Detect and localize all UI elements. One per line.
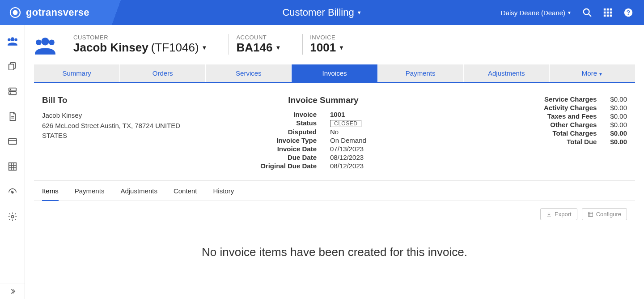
tab-more[interactable]: More▼ [550,64,635,82]
charge-taxes-v: $0.00 [610,112,627,120]
caret-down-icon: ▼ [357,10,362,15]
svg-point-1 [13,10,18,15]
svg-rect-39 [588,212,593,217]
svg-rect-6 [610,9,612,11]
sidebar-collapse[interactable] [0,283,25,299]
sidebar-item-card[interactable] [0,129,25,154]
page-title-dropdown[interactable]: Customer Billing ▼ [282,7,361,18]
download-icon [546,211,552,217]
table-icon [588,211,593,217]
account-value: BA146 [236,41,272,55]
summary-date-v: 07/13/2023 [330,145,439,153]
help-icon[interactable]: ? [623,8,633,17]
sidebar-item-document[interactable] [0,104,25,129]
customer-code: (TF1046) [151,41,199,55]
apps-icon[interactable] [603,8,613,17]
tab-adjustments[interactable]: Adjustments [464,64,550,82]
svg-rect-19 [8,64,13,70]
summary-date-k: Invoice Date [208,145,317,153]
status-badge: CLOSED [330,120,361,127]
caret-down-icon: ▼ [275,44,281,51]
svg-text:?: ? [627,9,630,16]
tab-services[interactable]: Services [206,64,292,82]
export-button[interactable]: Export [540,208,577,220]
sidebar-item-customers[interactable] [0,29,25,54]
charge-service-v: $0.00 [610,95,627,103]
charges: Service Charges$0.00 Activity Charges$0.… [457,95,627,170]
charge-taxes-k: Taxes and Fees [457,112,597,120]
summary-due-k: Due Date [208,154,317,161]
tab-payments[interactable]: Payments [378,64,464,82]
empty-state: No invoice items have been created for t… [34,227,635,277]
charge-other-v: $0.00 [610,121,627,128]
svg-rect-26 [8,139,16,145]
header-row: CUSTOMER Jacob Kinsey (TF1046) ▼ ACCOUNT… [34,32,635,64]
bill-to-title: Bill To [42,95,190,105]
svg-point-37 [36,40,42,46]
subtab-items[interactable]: Items [42,187,59,201]
configure-button[interactable]: Configure [582,208,627,220]
account-label: ACCOUNT [236,34,281,41]
subtab-content[interactable]: Content [174,187,197,201]
caret-down-icon: ▼ [598,72,603,77]
subtab-history[interactable]: History [213,187,234,201]
search-icon[interactable] [582,8,592,17]
sidebar-item-gear[interactable] [0,204,25,229]
summary-due-v: 08/12/2023 [330,154,439,161]
charge-due-v: $0.00 [610,138,627,145]
sidebar-item-gauge[interactable] [0,179,25,204]
svg-point-16 [8,38,11,42]
charge-due-k: Total Due [457,138,597,145]
info-section: Bill To Jacob Kinsey 626 McLeod Street A… [34,83,635,181]
sidebar-item-copy[interactable] [0,54,25,79]
svg-point-22 [10,89,11,90]
logo[interactable]: gotransverse [0,0,98,25]
user-menu[interactable]: Daisy Deane (Deane) ▼ [501,9,572,17]
svg-rect-11 [607,15,609,17]
subtab-payments[interactable]: Payments [75,187,105,201]
logo-icon [9,6,21,19]
summary-type-k: Invoice Type [208,137,317,144]
summary-disputed-k: Disputed [208,128,317,136]
tab-invoices[interactable]: Invoices [292,64,377,82]
bill-to-address: 626 McLeod Street Austin, TX, 78724 UNIT… [42,121,190,141]
svg-point-23 [10,93,11,94]
charge-total-v: $0.00 [610,129,627,137]
customer-selector[interactable]: CUSTOMER Jacob Kinsey (TF1046) ▼ [73,34,214,55]
svg-rect-12 [610,15,612,17]
summary-title: Invoice Summary [208,95,439,105]
svg-line-3 [589,14,591,17]
bill-to-name: Jacob Kinsey [42,111,190,121]
sidebar-item-grid[interactable] [0,154,25,179]
logo-text: gotransverse [26,7,89,18]
account-selector[interactable]: ACCOUNT BA146 ▼ [229,34,288,55]
svg-rect-10 [604,15,606,17]
summary-orig-k: Original Due Date [208,162,317,170]
main-tabs: Summary Orders Services Invoices Payment… [34,64,635,83]
charge-activity-k: Activity Charges [457,104,597,111]
sidebar-item-stack[interactable] [0,79,25,104]
svg-rect-28 [8,163,16,171]
invoice-label: INVOICE [310,34,344,41]
customer-label: CUSTOMER [73,34,207,41]
export-label: Export [555,211,572,218]
caret-down-icon: ▼ [339,44,344,51]
invoice-selector[interactable]: INVOICE 1001 ▼ [302,34,352,55]
subtab-adjustments[interactable]: Adjustments [120,187,157,201]
table-toolbar: Export Configure [34,201,635,227]
summary-disputed-v: No [330,128,439,136]
tab-orders[interactable]: Orders [120,64,206,82]
svg-point-17 [14,38,17,42]
svg-point-15 [10,37,14,41]
customer-name: Jacob Kinsey [73,41,148,55]
caret-down-icon: ▼ [567,10,572,15]
configure-label: Configure [596,211,621,218]
svg-point-35 [11,215,14,218]
user-display: Daisy Deane (Deane) [501,9,565,17]
svg-rect-7 [604,12,606,14]
summary-invoice-v: 1001 [330,111,439,118]
caret-down-icon: ▼ [202,44,208,51]
tab-summary[interactable]: Summary [34,64,120,82]
summary-status-k: Status [208,119,317,127]
content: CUSTOMER Jacob Kinsey (TF1046) ▼ ACCOUNT… [25,25,644,299]
